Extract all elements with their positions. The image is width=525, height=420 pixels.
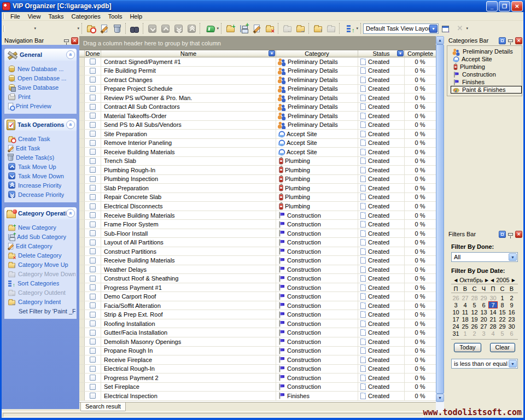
apply-layout-button[interactable] — [439, 22, 452, 35]
Electrical Rough-In[interactable]: Electrical Rough-In Construction Created… — [79, 365, 436, 374]
nav-item[interactable]: Decrease Priority — [8, 190, 75, 199]
nav-item[interactable]: Category Move Up — [8, 260, 75, 269]
done-checkbox[interactable] — [90, 176, 96, 182]
calendar-day[interactable]: 12 — [470, 308, 479, 316]
calendar-day[interactable]: 3 — [479, 330, 488, 337]
done-checkbox[interactable] — [90, 149, 96, 155]
Demo Carport Roof[interactable]: Demo Carport Roof Construction Created 0… — [79, 292, 436, 301]
menu-item[interactable]: View — [24, 13, 45, 20]
done-checkbox[interactable] — [90, 375, 96, 381]
category-move-down-button[interactable] — [324, 22, 337, 35]
scroll-up-icon[interactable]: ▲ — [436, 36, 444, 44]
delete-category-button[interactable] — [263, 22, 276, 35]
calendar-day[interactable]: 17 — [451, 316, 460, 323]
done-checkbox[interactable] — [90, 122, 96, 128]
done-checkbox[interactable] — [90, 158, 96, 164]
column-name[interactable]: Name▼ — [101, 50, 276, 57]
calendar-day[interactable]: 4 — [460, 301, 470, 308]
task-move-down-button[interactable] — [145, 22, 159, 35]
done-checkbox[interactable] — [90, 113, 96, 119]
nav-item[interactable]: Delete Task(s) — [8, 153, 75, 162]
task-name[interactable]: Demo Carport Roof — [101, 292, 276, 301]
close-panel-button[interactable]: ✕ — [71, 37, 78, 44]
scroll-down-icon[interactable]: ▼ — [436, 394, 444, 402]
done-checkbox[interactable] — [90, 320, 96, 326]
prev-year-icon[interactable]: ◀ — [491, 278, 494, 283]
Receive Building Materials[interactable]: Receive Building Materials Accept Site C… — [79, 148, 436, 157]
nav-item[interactable]: Task Move Up — [8, 162, 75, 171]
Receive Building Materials[interactable]: Receive Building Materials Construction … — [79, 211, 436, 220]
Slab Preparation[interactable]: Slab Preparation Plumbing Created 0 % — [79, 184, 436, 193]
done-checkbox[interactable] — [90, 212, 96, 218]
Contract Signed/Payment #1[interactable]: Contract Signed/Payment #1 Preliminary D… — [79, 57, 436, 67]
nav-item[interactable]: Task Move Down — [8, 171, 75, 180]
task-view-layout-select[interactable]: Default Task View Layout ▼ — [363, 24, 439, 34]
filter-dropdown-icon[interactable]: ▼ — [269, 50, 275, 56]
task-name[interactable]: Contract All Sub Contractors — [101, 103, 276, 112]
done-checkbox[interactable] — [90, 77, 96, 83]
open-database-button[interactable] — [20, 22, 37, 35]
calendar-day[interactable]: 9 — [507, 301, 516, 308]
Material Takeoffs-Order[interactable]: Material Takeoffs-Order Preliminary Deta… — [79, 112, 436, 121]
nav-item[interactable]: Increase Priority — [8, 180, 75, 190]
done-checkbox[interactable] — [90, 393, 96, 399]
add-sub-category-button[interactable] — [237, 22, 250, 35]
calendar-day[interactable]: 27 — [479, 323, 488, 330]
calendar-day[interactable]: 10 — [451, 308, 460, 316]
print-preview-button[interactable] — [63, 22, 80, 35]
done-checkbox[interactable] — [90, 366, 96, 372]
vertical-scrollbar[interactable]: ▲ ▼ — [436, 36, 444, 411]
new-category-button[interactable] — [224, 22, 237, 35]
done-checkbox[interactable] — [90, 104, 96, 110]
calendar-day[interactable]: 29 — [498, 323, 507, 330]
nav-item[interactable]: Category Outdent — [8, 288, 75, 297]
done-checkbox[interactable] — [90, 140, 96, 146]
category-move-up-button[interactable] — [311, 22, 324, 35]
Frame Floor System[interactable]: Frame Floor System Construction Created … — [79, 220, 436, 229]
task-name[interactable]: Frame Floor System — [101, 220, 276, 229]
nav-item[interactable]: Save Database — [8, 83, 75, 92]
delete-layout-button[interactable] — [452, 22, 469, 35]
today-button[interactable]: Today — [454, 343, 481, 352]
done-checkbox[interactable] — [90, 294, 96, 300]
Plumbing Inspection[interactable]: Plumbing Inspection Plumbing Created 0 % — [79, 175, 436, 184]
Send PS to All Subs/Vendors[interactable]: Send PS to All Subs/Vendors Preliminary … — [79, 121, 436, 130]
nav-item[interactable]: Edit Task — [8, 143, 75, 153]
task-name[interactable]: Layout of All Partitions — [101, 238, 276, 247]
nav-item[interactable]: Print Preview — [8, 101, 75, 110]
Receive Building Materials[interactable]: Receive Building Materials Construction … — [79, 256, 436, 265]
Construct Partitions[interactable]: Construct Partitions Construction Create… — [79, 247, 436, 256]
done-checkbox[interactable] — [90, 348, 96, 354]
done-checkbox[interactable] — [90, 248, 96, 254]
task-name[interactable]: Propane Rough In — [101, 347, 276, 355]
Plumbing Rough-In[interactable]: Plumbing Rough-In Plumbing Created 0 % — [79, 166, 436, 175]
File Building Permit[interactable]: File Building Permit Preliminary Details… — [79, 67, 436, 76]
calendar-day[interactable]: 1 — [498, 294, 507, 301]
chevron-down-icon[interactable]: ▼ — [429, 25, 438, 33]
task-name[interactable]: Gutter/Facia Installation — [101, 328, 276, 337]
done-checkbox[interactable] — [90, 266, 96, 272]
next-year-icon[interactable]: ▶ — [512, 278, 515, 283]
menu-item[interactable]: Categories — [68, 13, 104, 20]
collapse-icon[interactable]: » — [66, 209, 75, 218]
category-tree-item[interactable]: Accept Site — [451, 55, 522, 63]
calendar-day[interactable]: 26 — [451, 294, 460, 301]
menu-item[interactable]: Help — [126, 13, 146, 20]
category-tree-item[interactable]: Construction — [451, 71, 522, 78]
Construct Roof & Sheathing[interactable]: Construct Roof & Sheathing Construction … — [79, 274, 436, 283]
collapse-icon[interactable]: » — [66, 120, 75, 129]
nav-item[interactable]: Category Indent — [8, 297, 75, 306]
task-name[interactable]: File Building Permit — [101, 67, 276, 75]
Trench Slab[interactable]: Trench Slab Plumbing Created 0 % — [79, 157, 436, 166]
Weather Delays[interactable]: Weather Delays Construction Created 0 % — [79, 265, 436, 275]
calendar-day[interactable]: 8 — [498, 301, 507, 308]
done-checkbox[interactable] — [90, 167, 96, 173]
calendar-day[interactable]: 16 — [507, 308, 516, 316]
close-panel-button[interactable]: ✕ — [515, 37, 522, 44]
task-name[interactable]: Progress Payment 2 — [101, 374, 276, 382]
Remove Interior Paneling[interactable]: Remove Interior Paneling Accept Site Cre… — [79, 139, 436, 148]
task-name[interactable]: Set Fireplace — [101, 383, 276, 392]
done-checkbox[interactable] — [90, 384, 96, 390]
done-checkbox[interactable] — [90, 194, 96, 200]
task-name[interactable]: Receive Building Materials — [101, 256, 276, 265]
